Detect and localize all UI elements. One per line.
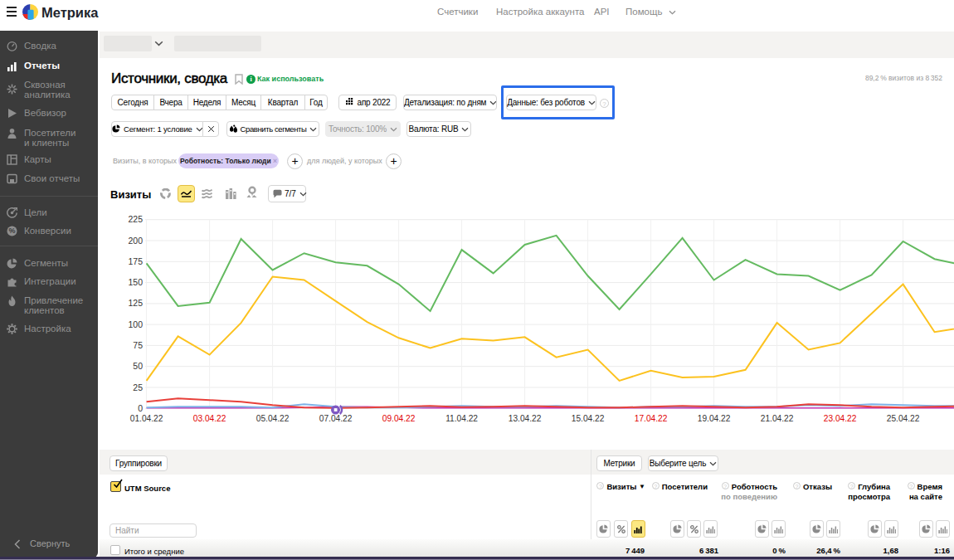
svg-text:03.04.22: 03.04.22 xyxy=(193,414,226,423)
svg-text:23.04.22: 23.04.22 xyxy=(824,414,857,423)
svg-text:19.04.22: 19.04.22 xyxy=(698,414,731,423)
svg-text:09.04.22: 09.04.22 xyxy=(382,414,416,423)
svg-text:125: 125 xyxy=(128,298,143,308)
svg-text:200: 200 xyxy=(128,236,143,246)
svg-text:21.04.22: 21.04.22 xyxy=(761,414,794,423)
svg-text:15.04.22: 15.04.22 xyxy=(572,414,605,423)
svg-text:75: 75 xyxy=(133,340,143,350)
svg-text:05.04.22: 05.04.22 xyxy=(256,414,290,423)
svg-text:%: % xyxy=(8,226,15,235)
svg-text:11.04.22: 11.04.22 xyxy=(445,414,478,423)
svg-text:150: 150 xyxy=(128,277,143,287)
svg-text:07.04.22: 07.04.22 xyxy=(319,414,353,423)
svg-text:13.04.22: 13.04.22 xyxy=(509,414,542,423)
svg-text:01.04.22: 01.04.22 xyxy=(130,414,163,423)
svg-text:0: 0 xyxy=(138,403,143,413)
svg-text:175: 175 xyxy=(128,256,143,266)
svg-text:100: 100 xyxy=(128,319,143,329)
svg-text:25.04.22: 25.04.22 xyxy=(887,414,920,423)
svg-text:225: 225 xyxy=(128,214,143,224)
svg-text:17.04.22: 17.04.22 xyxy=(635,414,668,423)
svg-text:25: 25 xyxy=(133,382,143,392)
svg-text:50: 50 xyxy=(133,361,143,371)
